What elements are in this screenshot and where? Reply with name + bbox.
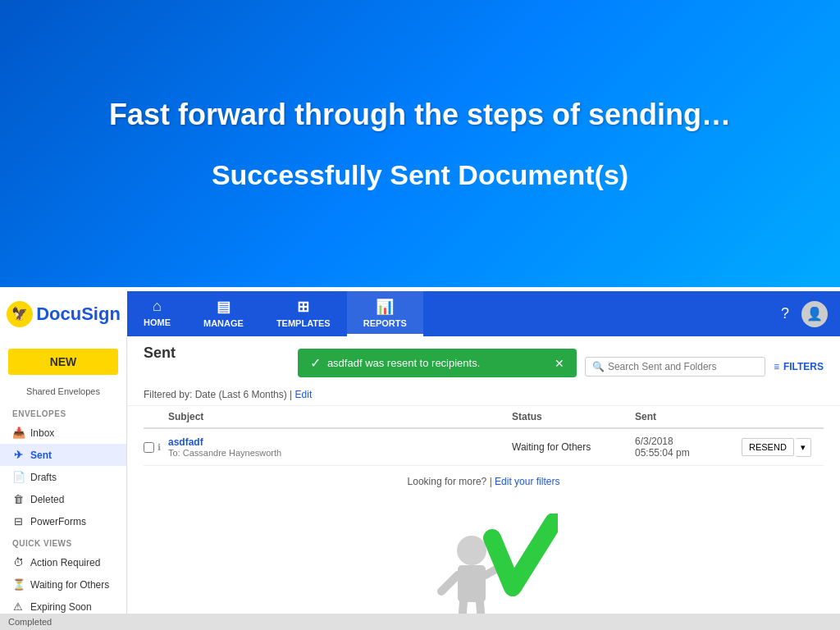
checkmark-illustration: [410, 514, 558, 630]
illustration-area: [127, 497, 840, 630]
envelopes-section-header: ENVELOPES: [0, 403, 126, 422]
nav-items: ⌂ HOME ▤ MANAGE ⊞ TEMPLATES 📊 REPORTS: [127, 291, 769, 336]
sidebar-item-action-required[interactable]: ⏱ Action Required: [0, 551, 126, 573]
success-banner: ✓ asdfadf was resent to recipients. ✕: [298, 349, 577, 377]
filter-label: Filtered by:: [144, 389, 192, 400]
sidebar-item-inbox[interactable]: 📥 Inbox: [0, 422, 126, 444]
filter-bar: Filtered by: Date (Last 6 Months) | Edit: [127, 384, 840, 406]
table-header: Subject Status Sent: [144, 406, 824, 429]
th-status: Status: [512, 411, 635, 422]
content-top-right: ✓ asdfadf was resent to recipients. ✕ 🔍 …: [298, 345, 824, 384]
content-top: Sent ✓ asdfadf was resent to recipients.…: [127, 336, 840, 384]
sidebar-item-powerforms[interactable]: ⊟ PowerForms: [0, 510, 126, 532]
th-action: [742, 411, 824, 422]
svg-point-0: [457, 536, 486, 565]
action-required-icon: ⏱: [12, 556, 24, 568]
banner-text: asdfadf was resent to recipients.: [327, 357, 480, 369]
table-row: ℹ asdfadf To: Cassandre Haynesworth Wait…: [144, 429, 824, 466]
logo-icon: 🦅: [7, 301, 33, 327]
subject-name[interactable]: asdfadf: [168, 436, 512, 448]
sidebar-item-waiting-others[interactable]: ⏳ Waiting for Others: [0, 573, 126, 596]
th-subject: Subject: [168, 411, 512, 422]
sidebar-item-sent[interactable]: ✈ Sent: [0, 444, 126, 466]
home-icon: ⌂: [153, 298, 162, 315]
sidebar-inbox-label: Inbox: [30, 427, 54, 439]
nav-home-label: HOME: [144, 317, 171, 327]
page-title: Sent: [144, 345, 298, 362]
top-text-area: Fast forward through the steps of sendin…: [0, 0, 840, 287]
table-area: Subject Status Sent ℹ asdfadf To: Cassan…: [127, 406, 840, 466]
nav-home[interactable]: ⌂ HOME: [127, 291, 187, 336]
row-checkbox[interactable]: ℹ: [144, 442, 168, 453]
fast-forward-heading: Fast forward through the steps of sendin…: [109, 96, 731, 135]
content-area: Sent ✓ asdfadf was resent to recipients.…: [127, 336, 840, 630]
resend-button[interactable]: RESEND: [742, 438, 794, 456]
sent-icon: ✈: [12, 449, 24, 461]
powerforms-icon: ⊟: [12, 515, 24, 527]
search-box[interactable]: 🔍: [585, 357, 765, 377]
sidebar-drafts-label: Drafts: [30, 472, 57, 483]
banner-close-button[interactable]: ✕: [555, 357, 564, 370]
row-status: Waiting for Others: [512, 441, 635, 453]
row-action: RESEND ▾: [742, 438, 824, 457]
filters-icon: ≡: [774, 361, 779, 372]
sidebar-waiting-others-label: Waiting for Others: [30, 579, 109, 591]
drafts-icon: 📄: [12, 471, 24, 483]
nav-manage-label: MANAGE: [203, 318, 244, 328]
content-top-left: Sent: [144, 345, 298, 368]
status-bar: Completed: [0, 614, 840, 630]
docusign-app: 🦅 DocuSign ⌂ HOME ▤ MANAGE ⊞ TEMPLATES 📊…: [0, 291, 840, 630]
reports-icon: 📊: [376, 298, 394, 316]
search-input[interactable]: [608, 361, 758, 372]
sidebar-sent-label: Sent: [30, 450, 52, 461]
filter-value: Date (Last 6 Months): [195, 389, 287, 400]
filters-button[interactable]: ≡ FILTERS: [774, 361, 824, 372]
deleted-icon: 🗑: [12, 493, 24, 505]
sidebar-deleted-label: Deleted: [30, 494, 64, 505]
sent-date: 6/3/2018: [635, 436, 742, 447]
help-icon[interactable]: ?: [781, 305, 789, 322]
nav-templates[interactable]: ⊞ TEMPLATES: [260, 291, 347, 336]
row-subject: asdfadf To: Cassandre Haynesworth: [168, 436, 512, 458]
shared-envelopes-link[interactable]: Shared Envelopes: [0, 383, 126, 403]
nav-reports-label: REPORTS: [363, 318, 407, 328]
sidebar-action-required-label: Action Required: [30, 557, 100, 568]
nav-reports[interactable]: 📊 REPORTS: [347, 291, 423, 336]
manage-icon: ▤: [217, 298, 231, 316]
expiring-soon-icon: ⚠: [12, 600, 24, 613]
filters-label: FILTERS: [783, 361, 824, 372]
sent-time: 05:55:04 pm: [635, 447, 742, 459]
row-info-icon: ℹ: [158, 442, 161, 453]
top-nav: 🦅 DocuSign ⌂ HOME ▤ MANAGE ⊞ TEMPLATES 📊…: [0, 291, 840, 336]
search-icon: 🔍: [592, 361, 605, 372]
resend-dropdown-button[interactable]: ▾: [796, 438, 811, 457]
banner-message: ✓ asdfadf was resent to recipients.: [310, 355, 480, 371]
nav-manage[interactable]: ▤ MANAGE: [187, 291, 260, 336]
filter-edit-link[interactable]: Edit: [295, 389, 313, 400]
status-completed: Completed: [8, 617, 52, 627]
user-avatar[interactable]: 👤: [801, 301, 828, 327]
row-sent: 6/3/2018 05:55:04 pm: [635, 436, 742, 459]
sidebar-expiring-soon-label: Expiring Soon: [30, 601, 92, 613]
new-button[interactable]: NEW: [8, 349, 118, 375]
waiting-others-icon: ⏳: [12, 578, 24, 591]
nav-templates-label: TEMPLATES: [276, 318, 331, 328]
logo-area: 🦅 DocuSign: [0, 291, 127, 336]
edit-filters-link[interactable]: Edit your filters: [495, 476, 559, 487]
th-check: [144, 411, 168, 422]
th-sent: Sent: [635, 411, 742, 422]
sidebar-powerforms-label: PowerForms: [30, 516, 86, 527]
sidebar-item-drafts[interactable]: 📄 Drafts: [0, 466, 126, 488]
main-content: NEW Shared Envelopes ENVELOPES 📥 Inbox ✈…: [0, 336, 840, 630]
row-checkbox-input[interactable]: [144, 442, 154, 453]
logo-text: DocuSign: [36, 304, 121, 325]
quick-views-section-header: QUICK VIEWS: [0, 532, 126, 551]
sidebar: NEW Shared Envelopes ENVELOPES 📥 Inbox ✈…: [0, 336, 127, 630]
nav-right: ? 👤: [769, 291, 840, 336]
looking-more-text: Looking for more?: [408, 476, 487, 487]
sidebar-item-deleted[interactable]: 🗑 Deleted: [0, 488, 126, 510]
success-heading: Successfully Sent Document(s): [212, 159, 628, 191]
inbox-icon: 📥: [12, 427, 24, 439]
svg-line-2: [441, 575, 458, 591]
templates-icon: ⊞: [297, 298, 309, 316]
